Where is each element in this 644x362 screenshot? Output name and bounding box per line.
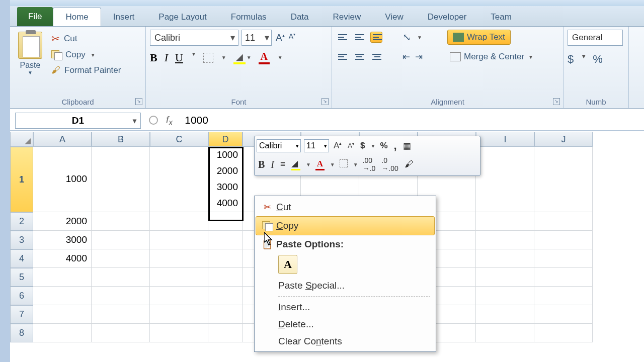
mini-fill-color[interactable]: ◢ — [290, 157, 302, 171]
tab-developer[interactable]: Developer — [416, 8, 479, 26]
shrink-font-button[interactable]: A▾ — [288, 31, 296, 44]
cell-d7[interactable] — [208, 305, 243, 324]
bold-button[interactable]: B — [150, 51, 157, 64]
row-header-2[interactable]: 2 — [10, 212, 33, 231]
align-bottom-button[interactable] — [370, 32, 382, 43]
mini-increase-decimal[interactable]: .00→.0 — [361, 155, 377, 173]
cell-a1[interactable]: 1000 — [33, 147, 92, 212]
mini-size-select[interactable]: 11 — [304, 139, 329, 152]
cell-b2[interactable] — [92, 212, 150, 231]
row-header-1[interactable]: 1 — [10, 147, 33, 212]
cell-c1[interactable] — [150, 147, 208, 212]
cell-b6[interactable] — [92, 287, 150, 305]
font-color-button[interactable]: A — [259, 51, 270, 64]
cell-i5[interactable] — [476, 268, 534, 287]
font-launcher[interactable]: ↘ — [321, 98, 329, 105]
cell-a3[interactable]: 3000 — [33, 231, 92, 249]
cell-b4[interactable] — [92, 249, 150, 268]
mini-decrease-decimal[interactable]: .0→.00 — [380, 155, 399, 173]
cell-d8[interactable] — [208, 324, 243, 342]
tab-page-layout[interactable]: Page Layout — [146, 8, 218, 26]
cell-a7[interactable] — [33, 305, 92, 324]
mini-format-painter[interactable]: 🖌 — [403, 158, 415, 170]
select-all-corner[interactable] — [10, 132, 33, 147]
col-header-c[interactable]: C — [150, 132, 208, 147]
cell-b5[interactable] — [92, 268, 150, 287]
cell-i2[interactable] — [476, 212, 534, 231]
borders-button[interactable] — [203, 53, 213, 63]
cell-i1[interactable] — [476, 147, 534, 212]
percent-format-button[interactable]: % — [593, 53, 603, 66]
row-header-5[interactable]: 5 — [10, 268, 33, 287]
cell-d4[interactable] — [208, 249, 243, 268]
increase-indent-button[interactable]: ⇥ — [415, 51, 423, 62]
menu-cut[interactable]: ✂Cut — [256, 198, 434, 217]
cell-j5[interactable] — [534, 268, 593, 287]
align-right-button[interactable] — [370, 51, 382, 62]
paste-button[interactable]: Paste ▼ — [14, 30, 46, 108]
font-size-select[interactable]: 11 — [242, 30, 272, 46]
cancel-icon[interactable] — [149, 116, 158, 125]
decrease-indent-button[interactable]: ⇤ — [403, 51, 410, 62]
tab-view[interactable]: View — [373, 8, 416, 26]
paste-option-values[interactable]: A — [278, 255, 297, 274]
cell-d5[interactable] — [208, 268, 243, 287]
tab-insert[interactable]: Insert — [101, 8, 147, 26]
mini-bold[interactable]: B — [257, 158, 266, 171]
underline-button[interactable]: U — [175, 51, 183, 64]
number-format-select[interactable]: General — [568, 30, 623, 46]
mini-font-color[interactable]: A — [314, 158, 326, 171]
cell-c3[interactable] — [150, 231, 208, 249]
mini-comma[interactable]: , — [392, 138, 398, 153]
menu-delete[interactable]: Delete... — [256, 316, 434, 333]
cell-b3[interactable] — [92, 231, 150, 249]
orientation-button[interactable]: ⤡ — [403, 31, 411, 43]
tab-team[interactable]: Team — [478, 8, 524, 26]
format-painter-button[interactable]: 🖌Format Painter — [49, 64, 123, 76]
mini-align-center[interactable]: ≡ — [279, 158, 287, 170]
cell-b1[interactable] — [92, 147, 150, 212]
cell-a8[interactable] — [33, 324, 92, 342]
cut-button[interactable]: ✂Cut — [49, 32, 123, 46]
tab-home[interactable]: Home — [53, 8, 101, 26]
accounting-format-button[interactable]: $ — [568, 53, 574, 66]
col-header-j[interactable]: J — [534, 132, 593, 147]
mini-format-cells[interactable]: ▦ — [401, 140, 413, 152]
tab-file[interactable]: File — [17, 7, 53, 26]
font-name-select[interactable]: Calibri — [150, 30, 238, 46]
cell-c2[interactable] — [150, 212, 208, 231]
clipboard-launcher[interactable]: ↘ — [135, 98, 142, 105]
row-header-8[interactable]: 8 — [10, 324, 33, 342]
formula-input[interactable]: 1000 — [185, 114, 208, 126]
cell-c5[interactable] — [150, 268, 208, 287]
tab-review[interactable]: Review — [321, 8, 373, 26]
row-header-3[interactable]: 3 — [10, 231, 33, 249]
cell-b7[interactable] — [92, 305, 150, 324]
cell-c6[interactable] — [150, 287, 208, 305]
copy-button[interactable]: Copy▼ — [49, 49, 123, 61]
mini-shrink-font[interactable]: A▾ — [346, 141, 356, 150]
cell-d3[interactable] — [208, 231, 243, 249]
align-middle-button[interactable] — [353, 32, 365, 43]
cell-c4[interactable] — [150, 249, 208, 268]
cell-c7[interactable] — [150, 305, 208, 324]
menu-insert[interactable]: Insert... — [256, 299, 434, 316]
cell-a5[interactable] — [33, 268, 92, 287]
cell-j7[interactable] — [534, 305, 593, 324]
col-header-i[interactable]: I — [476, 132, 534, 147]
cell-i8[interactable] — [476, 324, 534, 342]
fill-color-button[interactable]: ◢▼ — [233, 51, 252, 64]
tab-data[interactable]: Data — [279, 8, 321, 26]
fx-icon[interactable]: fx — [166, 114, 173, 127]
cell-j4[interactable] — [534, 249, 593, 268]
row-header-6[interactable]: 6 — [10, 287, 33, 305]
menu-clear-contents[interactable]: Clear Contents — [256, 333, 434, 350]
mini-currency[interactable]: $ — [359, 140, 366, 152]
quick-access-toolbar[interactable] — [10, 0, 644, 6]
cell-a2[interactable]: 2000 — [33, 212, 92, 231]
cell-c8[interactable] — [150, 324, 208, 342]
cell-a6[interactable] — [33, 287, 92, 305]
italic-button[interactable]: I — [165, 51, 168, 64]
tab-formulas[interactable]: Formulas — [219, 8, 279, 26]
grow-font-button[interactable]: A▴ — [275, 31, 286, 44]
